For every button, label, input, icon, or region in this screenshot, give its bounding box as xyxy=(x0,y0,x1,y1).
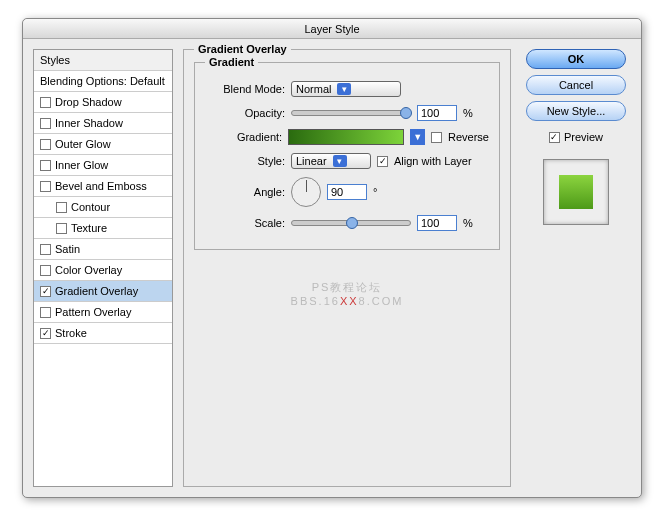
style-checkbox[interactable] xyxy=(56,202,67,213)
preview-checkbox[interactable]: ✓ xyxy=(549,132,560,143)
preview-label: Preview xyxy=(564,131,603,143)
preview-box xyxy=(543,159,609,225)
scale-input[interactable]: 100 xyxy=(417,215,457,231)
gradient-label: Gradient: xyxy=(205,131,282,143)
style-checkbox[interactable] xyxy=(40,160,51,171)
right-column: OK Cancel New Style... ✓ Preview xyxy=(521,49,631,487)
inner-title: Gradient xyxy=(205,56,258,68)
style-item-gradient-overlay[interactable]: ✓Gradient Overlay xyxy=(34,281,172,302)
style-checkbox[interactable] xyxy=(40,244,51,255)
dialog-body: Styles Blending Options: Default Drop Sh… xyxy=(23,39,641,497)
scale-slider[interactable] xyxy=(291,220,411,226)
style-checkbox[interactable] xyxy=(40,307,51,318)
angle-input[interactable]: 90 xyxy=(327,184,367,200)
style-item-stroke[interactable]: ✓Stroke xyxy=(34,323,172,344)
style-item-pattern-overlay[interactable]: Pattern Overlay xyxy=(34,302,172,323)
scale-label: Scale: xyxy=(205,217,285,229)
preview-swatch xyxy=(559,175,593,209)
gradient-picker-button[interactable]: ▼ xyxy=(410,129,425,145)
sidebar-header[interactable]: Styles xyxy=(34,50,172,71)
style-item-contour[interactable]: Contour xyxy=(34,197,172,218)
watermark: PS教程论坛 BBS.16XX8.COM xyxy=(291,280,404,307)
blend-mode-label: Blend Mode: xyxy=(205,83,285,95)
style-label: Gradient Overlay xyxy=(55,285,138,297)
gradient-swatch[interactable] xyxy=(288,129,404,145)
style-checkbox[interactable] xyxy=(40,118,51,129)
style-item-bevel-and-emboss[interactable]: Bevel and Emboss xyxy=(34,176,172,197)
blending-options-row[interactable]: Blending Options: Default xyxy=(34,71,172,92)
style-label: Pattern Overlay xyxy=(55,306,131,318)
style-checkbox[interactable] xyxy=(40,265,51,276)
style-item-drop-shadow[interactable]: Drop Shadow xyxy=(34,92,172,113)
layer-style-dialog: Layer Style Styles Blending Options: Def… xyxy=(22,18,642,498)
angle-unit: ° xyxy=(373,186,377,198)
scale-unit: % xyxy=(463,217,473,229)
angle-dial[interactable] xyxy=(291,177,321,207)
gradient-row: Gradient: ▼ Reverse xyxy=(205,129,489,145)
style-checkbox[interactable] xyxy=(56,223,67,234)
ok-button[interactable]: OK xyxy=(526,49,626,69)
style-label: Texture xyxy=(71,222,107,234)
style-checkbox[interactable] xyxy=(40,97,51,108)
style-label: Satin xyxy=(55,243,80,255)
blend-mode-row: Blend Mode: Normal ▾ xyxy=(205,81,489,97)
align-label: Align with Layer xyxy=(394,155,472,167)
style-label: Outer Glow xyxy=(55,138,111,150)
angle-label: Angle: xyxy=(205,186,285,198)
blend-mode-select[interactable]: Normal ▾ xyxy=(291,81,401,97)
group-title: Gradient Overlay xyxy=(194,43,291,55)
style-item-inner-shadow[interactable]: Inner Shadow xyxy=(34,113,172,134)
style-label: Inner Glow xyxy=(55,159,108,171)
settings-panel: Gradient Overlay Gradient Blend Mode: No… xyxy=(183,49,511,487)
titlebar: Layer Style xyxy=(23,19,641,39)
style-label: Contour xyxy=(71,201,110,213)
style-item-color-overlay[interactable]: Color Overlay xyxy=(34,260,172,281)
chevron-updown-icon: ▾ xyxy=(337,83,351,95)
align-checkbox[interactable]: ✓ xyxy=(377,156,388,167)
opacity-unit: % xyxy=(463,107,473,119)
styles-sidebar: Styles Blending Options: Default Drop Sh… xyxy=(33,49,173,487)
reverse-checkbox[interactable] xyxy=(431,132,442,143)
style-item-outer-glow[interactable]: Outer Glow xyxy=(34,134,172,155)
gradient-group: Gradient Blend Mode: Normal ▾ Opacity: 1… xyxy=(194,62,500,250)
style-checkbox[interactable]: ✓ xyxy=(40,286,51,297)
style-label: Style: xyxy=(205,155,285,167)
opacity-slider[interactable] xyxy=(291,110,411,116)
style-item-inner-glow[interactable]: Inner Glow xyxy=(34,155,172,176)
preview-toggle[interactable]: ✓ Preview xyxy=(549,131,603,143)
cancel-button[interactable]: Cancel xyxy=(526,75,626,95)
style-label: Drop Shadow xyxy=(55,96,122,108)
style-select[interactable]: Linear ▾ xyxy=(291,153,371,169)
style-checkbox[interactable]: ✓ xyxy=(40,328,51,339)
style-item-texture[interactable]: Texture xyxy=(34,218,172,239)
chevron-updown-icon: ▾ xyxy=(333,155,347,167)
style-label: Stroke xyxy=(55,327,87,339)
opacity-input[interactable]: 100 xyxy=(417,105,457,121)
style-checkbox[interactable] xyxy=(40,139,51,150)
opacity-label: Opacity: xyxy=(205,107,285,119)
style-checkbox[interactable] xyxy=(40,181,51,192)
reverse-label: Reverse xyxy=(448,131,489,143)
opacity-row: Opacity: 100 % xyxy=(205,105,489,121)
style-label: Inner Shadow xyxy=(55,117,123,129)
style-row: Style: Linear ▾ ✓ Align with Layer xyxy=(205,153,489,169)
scale-row: Scale: 100 % xyxy=(205,215,489,231)
window-title: Layer Style xyxy=(304,23,359,35)
style-label: Color Overlay xyxy=(55,264,122,276)
angle-row: Angle: 90 ° xyxy=(205,177,489,207)
style-item-satin[interactable]: Satin xyxy=(34,239,172,260)
new-style-button[interactable]: New Style... xyxy=(526,101,626,121)
style-label: Bevel and Emboss xyxy=(55,180,147,192)
